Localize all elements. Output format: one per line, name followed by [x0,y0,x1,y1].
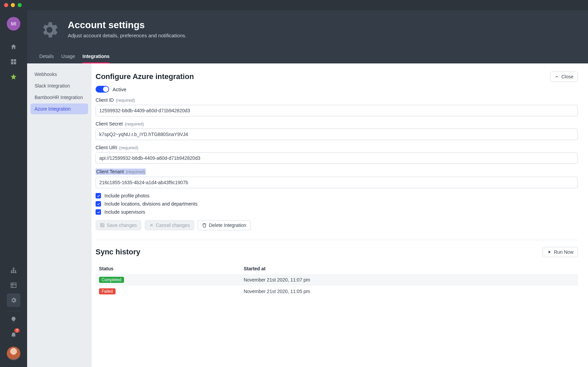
delete-button[interactable]: Delete Integration [198,220,251,230]
nav-webhooks[interactable]: Webhooks [31,69,88,80]
page-title: Account settings [68,20,186,31]
table-row: Completed November 21st 2020, 11:07 pm [96,274,578,286]
integration-panel: Configure Azure integration Close Active… [92,63,588,367]
trash-icon [202,223,207,228]
home-icon[interactable] [7,40,20,54]
close-button-label: Close [561,74,573,79]
status-badge: Completed [99,277,124,283]
tab-details[interactable]: Details [39,50,54,63]
nav-azure[interactable]: Azure Integration [31,103,88,114]
active-toggle[interactable] [96,86,109,93]
svg-rect-0 [11,59,14,62]
client-uri-label: Client URI (required) [96,145,578,150]
svg-rect-8 [11,283,16,287]
gear-icon [39,20,60,41]
svg-point-7 [15,272,16,273]
started-at: November 21st 2020, 11:07 pm [240,274,578,286]
maximize-window-dot[interactable] [18,3,22,7]
active-toggle-label: Active [113,86,126,92]
panel-title: Configure Azure integration [96,72,194,81]
include-supervisors-checkbox[interactable] [96,209,101,215]
close-window-dot[interactable] [4,3,8,7]
notifications-icon[interactable]: 7 [7,328,20,341]
nav-bamboo[interactable]: BambooHR Integration [31,92,88,103]
window-titlebar [0,0,588,10]
svg-point-5 [11,272,12,273]
nav-slack[interactable]: Slack Integration [31,80,88,91]
table-row: Failed November 21st 2020, 11:05 pm [96,286,578,297]
grid-icon[interactable] [7,55,20,69]
svg-rect-2 [11,62,14,64]
play-icon [547,250,552,254]
save-icon [100,223,105,228]
table-icon[interactable] [7,278,20,292]
chevron-up-icon [554,74,559,79]
svg-point-4 [13,268,14,269]
svg-rect-1 [14,59,16,62]
close-button[interactable]: Close [550,72,578,82]
run-now-label: Run Now [554,249,573,255]
include-locations-label: Include locations, divisions and departm… [104,201,198,207]
cancel-button-label: Cancel changes [156,223,190,228]
sync-history-table: Status Started at Completed November 21s… [96,263,578,297]
run-now-button[interactable]: Run Now [543,247,578,257]
settings-icon[interactable] [7,293,20,307]
started-at: November 21st 2020, 11:05 pm [240,286,578,297]
col-started: Started at [240,263,578,274]
cancel-button[interactable]: Cancel changes [145,220,194,230]
include-photos-label: Include profile photos [104,193,149,198]
col-status: Status [96,263,240,274]
sidebar-divider [7,311,20,311]
lightbulb-icon[interactable] [7,313,20,326]
hierarchy-icon[interactable] [7,264,20,277]
svg-point-6 [13,272,14,273]
svg-rect-3 [14,62,16,64]
page-subtitle: Adjust account details, preferences and … [68,33,186,38]
divider [96,240,578,240]
status-badge: Failed [99,288,116,294]
save-button-label: Save changes [107,223,137,228]
sidebar: MI 7 [0,10,27,367]
notification-badge: 7 [14,328,20,333]
client-id-field[interactable] [96,105,578,116]
include-locations-checkbox[interactable] [96,201,101,207]
star-icon[interactable] [7,70,20,83]
tabs: Details Usage Integrations [39,50,576,63]
save-button[interactable]: Save changes [96,220,141,230]
user-avatar[interactable] [7,347,20,360]
org-avatar[interactable]: MI [7,17,20,31]
include-supervisors-label: Include supervisors [104,209,145,215]
client-id-label: Client ID (required) [96,97,578,103]
tab-usage[interactable]: Usage [61,50,75,63]
client-secret-field[interactable] [96,129,578,140]
delete-button-label: Delete Integration [209,223,246,228]
settings-nav: Webhooks Slack Integration BambooHR Inte… [27,63,92,367]
x-icon [149,223,154,228]
client-tenant-field[interactable] [96,177,578,188]
client-secret-label: Client Secret (required) [96,121,578,127]
minimize-window-dot[interactable] [11,3,15,7]
client-tenant-label: Client Tenant (required) [96,169,146,175]
sync-title: Sync history [96,248,140,256]
tab-integrations[interactable]: Integrations [82,50,109,63]
page-header: Account settings Adjust account details,… [27,10,588,63]
client-uri-field[interactable] [96,152,578,164]
include-photos-checkbox[interactable] [96,193,101,198]
